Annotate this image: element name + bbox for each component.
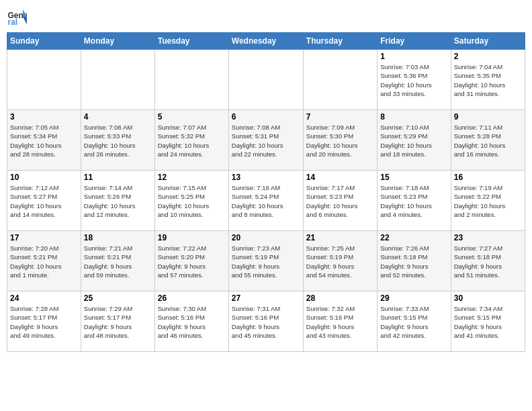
calendar-cell: 21Sunrise: 7:25 AM Sunset: 5:19 PM Dayli… xyxy=(303,231,377,291)
calendar-cell xyxy=(7,50,81,110)
calendar-cell: 12Sunrise: 7:15 AM Sunset: 5:25 PM Dayli… xyxy=(154,171,228,231)
day-number: 17 xyxy=(10,233,78,242)
day-number: 15 xyxy=(380,173,447,182)
day-number: 29 xyxy=(380,293,447,303)
day-number: 23 xyxy=(454,233,522,242)
svg-marker-3 xyxy=(23,17,27,24)
day-info: Sunrise: 7:20 AM Sunset: 5:21 PM Dayligh… xyxy=(10,244,78,279)
calendar-cell: 13Sunrise: 7:16 AM Sunset: 5:24 PM Dayli… xyxy=(228,171,303,231)
calendar-week-3: 10Sunrise: 7:12 AM Sunset: 5:27 PM Dayli… xyxy=(7,171,525,231)
calendar-cell: 4Sunrise: 7:06 AM Sunset: 5:33 PM Daylig… xyxy=(81,110,154,171)
day-number: 2 xyxy=(454,52,522,61)
day-info: Sunrise: 7:31 AM Sunset: 5:16 PM Dayligh… xyxy=(232,304,300,340)
calendar-cell: 5Sunrise: 7:07 AM Sunset: 5:32 PM Daylig… xyxy=(154,110,228,171)
calendar-cell: 7Sunrise: 7:09 AM Sunset: 5:30 PM Daylig… xyxy=(303,110,377,171)
svg-text:ral: ral xyxy=(8,17,18,27)
calendar-cell: 9Sunrise: 7:11 AM Sunset: 5:28 PM Daylig… xyxy=(451,110,525,171)
day-number: 7 xyxy=(306,112,374,122)
day-info: Sunrise: 7:11 AM Sunset: 5:28 PM Dayligh… xyxy=(454,123,522,158)
day-number: 25 xyxy=(84,293,152,303)
day-info: Sunrise: 7:10 AM Sunset: 5:29 PM Dayligh… xyxy=(380,123,447,158)
day-info: Sunrise: 7:28 AM Sunset: 5:17 PM Dayligh… xyxy=(10,304,78,340)
day-number: 22 xyxy=(380,233,447,242)
day-info: Sunrise: 7:16 AM Sunset: 5:24 PM Dayligh… xyxy=(232,183,300,219)
calendar-cell: 17Sunrise: 7:20 AM Sunset: 5:21 PM Dayli… xyxy=(7,231,81,291)
day-number: 13 xyxy=(232,173,300,182)
day-info: Sunrise: 7:33 AM Sunset: 5:15 PM Dayligh… xyxy=(380,304,447,340)
day-info: Sunrise: 7:07 AM Sunset: 5:32 PM Dayligh… xyxy=(158,123,226,158)
calendar-cell xyxy=(154,50,228,110)
day-number: 8 xyxy=(380,112,447,122)
calendar-week-5: 24Sunrise: 7:28 AM Sunset: 5:17 PM Dayli… xyxy=(7,291,525,352)
day-info: Sunrise: 7:03 AM Sunset: 5:36 PM Dayligh… xyxy=(380,62,447,98)
calendar-cell: 3Sunrise: 7:05 AM Sunset: 5:34 PM Daylig… xyxy=(7,110,81,171)
page-header: Gene ral xyxy=(7,7,525,27)
calendar-cell: 6Sunrise: 7:08 AM Sunset: 5:31 PM Daylig… xyxy=(228,110,303,171)
calendar-week-1: 1Sunrise: 7:03 AM Sunset: 5:36 PM Daylig… xyxy=(7,50,525,110)
day-info: Sunrise: 7:09 AM Sunset: 5:30 PM Dayligh… xyxy=(306,123,374,158)
day-info: Sunrise: 7:05 AM Sunset: 5:34 PM Dayligh… xyxy=(10,123,78,158)
day-info: Sunrise: 7:29 AM Sunset: 5:17 PM Dayligh… xyxy=(84,304,152,340)
logo: Gene ral xyxy=(7,7,28,27)
day-number: 24 xyxy=(10,293,78,303)
calendar-cell: 15Sunrise: 7:18 AM Sunset: 5:23 PM Dayli… xyxy=(378,171,451,231)
calendar-cell: 27Sunrise: 7:31 AM Sunset: 5:16 PM Dayli… xyxy=(228,291,303,352)
day-number: 27 xyxy=(232,293,300,303)
calendar-header-tuesday: Tuesday xyxy=(154,33,228,50)
day-info: Sunrise: 7:06 AM Sunset: 5:33 PM Dayligh… xyxy=(84,123,152,158)
calendar-cell: 1Sunrise: 7:03 AM Sunset: 5:36 PM Daylig… xyxy=(378,50,451,110)
day-info: Sunrise: 7:04 AM Sunset: 5:35 PM Dayligh… xyxy=(454,62,522,98)
calendar-table: SundayMondayTuesdayWednesdayThursdayFrid… xyxy=(7,32,525,352)
day-number: 26 xyxy=(158,293,226,303)
day-info: Sunrise: 7:22 AM Sunset: 5:20 PM Dayligh… xyxy=(158,244,226,279)
day-number: 1 xyxy=(380,52,447,61)
calendar-cell xyxy=(228,50,303,110)
day-number: 10 xyxy=(10,173,78,182)
calendar-cell: 23Sunrise: 7:27 AM Sunset: 5:18 PM Dayli… xyxy=(451,231,525,291)
day-info: Sunrise: 7:34 AM Sunset: 5:15 PM Dayligh… xyxy=(454,304,522,340)
day-info: Sunrise: 7:17 AM Sunset: 5:23 PM Dayligh… xyxy=(306,183,374,219)
day-number: 4 xyxy=(84,112,152,122)
calendar-cell: 18Sunrise: 7:21 AM Sunset: 5:21 PM Dayli… xyxy=(81,231,154,291)
calendar-week-4: 17Sunrise: 7:20 AM Sunset: 5:21 PM Dayli… xyxy=(7,231,525,291)
day-info: Sunrise: 7:25 AM Sunset: 5:19 PM Dayligh… xyxy=(306,244,374,279)
calendar-cell: 11Sunrise: 7:14 AM Sunset: 5:26 PM Dayli… xyxy=(81,171,154,231)
calendar-cell: 16Sunrise: 7:19 AM Sunset: 5:22 PM Dayli… xyxy=(451,171,525,231)
day-info: Sunrise: 7:21 AM Sunset: 5:21 PM Dayligh… xyxy=(84,244,152,279)
calendar-header-sunday: Sunday xyxy=(7,33,81,50)
calendar-header-friday: Friday xyxy=(378,33,451,50)
day-number: 28 xyxy=(306,293,374,303)
day-number: 19 xyxy=(158,233,226,242)
day-number: 20 xyxy=(232,233,300,242)
day-info: Sunrise: 7:30 AM Sunset: 5:16 PM Dayligh… xyxy=(158,304,226,340)
calendar-cell xyxy=(81,50,154,110)
calendar-cell: 24Sunrise: 7:28 AM Sunset: 5:17 PM Dayli… xyxy=(7,291,81,352)
calendar-cell: 10Sunrise: 7:12 AM Sunset: 5:27 PM Dayli… xyxy=(7,171,81,231)
day-number: 18 xyxy=(84,233,152,242)
day-number: 12 xyxy=(158,173,226,182)
calendar-week-2: 3Sunrise: 7:05 AM Sunset: 5:34 PM Daylig… xyxy=(7,110,525,171)
calendar-cell: 2Sunrise: 7:04 AM Sunset: 5:35 PM Daylig… xyxy=(451,50,525,110)
calendar-header-row: SundayMondayTuesdayWednesdayThursdayFrid… xyxy=(7,33,525,50)
day-number: 9 xyxy=(454,112,522,122)
day-info: Sunrise: 7:18 AM Sunset: 5:23 PM Dayligh… xyxy=(380,183,447,219)
day-number: 11 xyxy=(84,173,152,182)
day-info: Sunrise: 7:08 AM Sunset: 5:31 PM Dayligh… xyxy=(232,123,300,158)
day-number: 6 xyxy=(232,112,300,122)
calendar-cell: 28Sunrise: 7:32 AM Sunset: 5:16 PM Dayli… xyxy=(303,291,377,352)
day-number: 3 xyxy=(10,112,78,122)
calendar-cell: 25Sunrise: 7:29 AM Sunset: 5:17 PM Dayli… xyxy=(81,291,154,352)
calendar-cell: 19Sunrise: 7:22 AM Sunset: 5:20 PM Dayli… xyxy=(154,231,228,291)
calendar-cell: 29Sunrise: 7:33 AM Sunset: 5:15 PM Dayli… xyxy=(378,291,451,352)
day-info: Sunrise: 7:23 AM Sunset: 5:19 PM Dayligh… xyxy=(232,244,300,279)
calendar-cell: 26Sunrise: 7:30 AM Sunset: 5:16 PM Dayli… xyxy=(154,291,228,352)
day-number: 30 xyxy=(454,293,522,303)
calendar-cell: 8Sunrise: 7:10 AM Sunset: 5:29 PM Daylig… xyxy=(378,110,451,171)
day-info: Sunrise: 7:26 AM Sunset: 5:18 PM Dayligh… xyxy=(380,244,447,279)
logo-icon: Gene ral xyxy=(7,7,27,27)
day-info: Sunrise: 7:14 AM Sunset: 5:26 PM Dayligh… xyxy=(84,183,152,219)
calendar-header-thursday: Thursday xyxy=(303,33,377,50)
day-number: 14 xyxy=(306,173,374,182)
calendar-cell: 14Sunrise: 7:17 AM Sunset: 5:23 PM Dayli… xyxy=(303,171,377,231)
day-number: 21 xyxy=(306,233,374,242)
